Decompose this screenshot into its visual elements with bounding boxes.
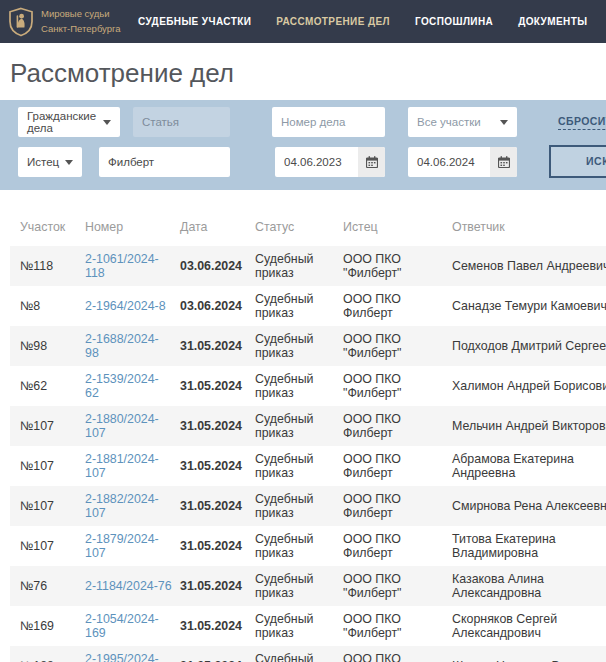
calendar-icon[interactable] [490,147,517,177]
table-row: №98 2-1688/2024-98 31.05.2024 Судебный п… [10,326,606,366]
table-row: №169 2-1054/2024-169 31.05.2024 Судебный… [10,606,606,646]
cell-data: 31.05.2024 [180,326,255,366]
cell-data: 31.05.2024 [180,566,255,606]
col-header-status: Статус [255,220,343,246]
cell-status: Судебный приказ [255,606,343,646]
case-type-select[interactable]: Гражданские дела [18,107,120,137]
party-name-input[interactable] [99,147,230,177]
cell-nomer: 2-1882/2024-107 [85,486,180,526]
reset-filters-button[interactable]: СБРОСИТЬ [558,115,606,130]
main-nav: СУДЕБНЫЕ УЧАСТКИ РАССМОТРЕНИЕ ДЕЛ ГОСПОШ… [138,16,606,27]
cell-otvetchik: Подходов Дмитрий Сергеевич [452,326,606,366]
case-number-link[interactable]: 2-1688/2024-98 [85,332,159,360]
cell-uchastok: №98 [10,326,85,366]
case-number-link[interactable]: 2-1881/2024-107 [85,452,159,480]
cell-status: Судебный приказ [255,246,343,286]
cell-nomer: 2-1539/2024-62 [85,366,180,406]
table-row: №62 2-1539/2024-62 31.05.2024 Судебный п… [10,366,606,406]
case-number-link[interactable]: 2-1054/2024-169 [85,612,159,640]
cell-status: Судебный приказ [255,326,343,366]
case-number-link[interactable]: 2-1061/2024-118 [85,252,159,280]
cases-table: Участок Номер Дата Статус Истец Ответчик… [10,220,606,662]
cell-uchastok: №8 [10,286,85,326]
table-header-row: Участок Номер Дата Статус Истец Ответчик [10,220,606,246]
cell-istets: ООО ПКО "Филберт" [343,606,452,646]
cell-otvetchik: Смирнова Рена Алексеевна [452,486,606,526]
case-number-link[interactable]: 2-1995/2024-188 [85,652,159,662]
cell-uchastok: №188 [10,646,85,662]
cell-istets: ООО ПКО "Филберт" [343,366,452,406]
case-number-link[interactable]: 2-1539/2024-62 [85,372,159,400]
cell-nomer: 2-1061/2024-118 [85,246,180,286]
table-row: №188 2-1995/2024-188 31.05.2024 Судебный… [10,646,606,662]
cell-nomer: 2-1964/2024-8 [85,286,180,326]
case-number-link[interactable]: 2-1184/2024-76 [85,579,172,593]
table-row: №107 2-1882/2024-107 31.05.2024 Судебный… [10,486,606,526]
case-number-link[interactable]: 2-1880/2024-107 [85,412,159,440]
cell-otvetchik: Титова Екатерина Владимировна [452,526,606,566]
cell-istets: ООО ПКО Филберт [343,446,452,486]
cell-nomer: 2-1879/2024-107 [85,526,180,566]
cell-istets: ООО ПКО "Филберт" [343,326,452,366]
cell-otvetchik: Санадзе Темури Камоевич [452,286,606,326]
district-select[interactable]: Все участки [408,107,517,137]
calendar-icon[interactable] [358,147,385,177]
party-role-select[interactable]: Истец [18,147,82,177]
brand-name: Мировые судьи Санкт-Петербурга [41,7,121,36]
cell-status: Судебный приказ [255,486,343,526]
table-row: №107 2-1879/2024-107 31.05.2024 Судебный… [10,526,606,566]
cell-status: Судебный приказ [255,286,343,326]
cell-data: 31.05.2024 [180,606,255,646]
cell-status: Судебный приказ [255,566,343,606]
table-row: №76 2-1184/2024-76 31.05.2024 Судебный п… [10,566,606,606]
date-from-field[interactable] [275,147,385,177]
site-logo[interactable]: Мировые судьи Санкт-Петербурга [8,7,130,37]
cell-status: Судебный приказ [255,406,343,446]
case-number-input[interactable] [272,107,385,137]
nav-item[interactable]: СУДЕБНЫЕ УЧАСТКИ [138,16,251,27]
cell-data: 31.05.2024 [180,366,255,406]
cell-nomer: 2-1184/2024-76 [85,566,180,606]
cell-status: Судебный приказ [255,366,343,406]
search-button[interactable]: ИСКАТЬ [549,145,606,178]
cell-status: Судебный приказ [255,526,343,566]
cell-uchastok: №76 [10,566,85,606]
case-number-link[interactable]: 2-1879/2024-107 [85,532,159,560]
chevron-down-icon [65,160,73,165]
col-header-data: Дата [180,220,255,246]
cell-status: Судебный приказ [255,446,343,486]
case-number-link[interactable]: 2-1882/2024-107 [85,492,159,520]
case-number-link[interactable]: 2-1964/2024-8 [85,299,166,313]
cell-otvetchik: Скорняков Сергей Александрович [452,606,606,646]
cell-uchastok: №107 [10,406,85,446]
case-number-field[interactable] [272,107,385,137]
cell-otvetchik: Шмаль Надежда Викторовна [452,646,606,662]
cell-nomer: 2-1688/2024-98 [85,326,180,366]
col-header-istets: Истец [343,220,452,246]
party-name-field[interactable] [99,147,230,177]
shield-icon [8,7,34,37]
cell-nomer: 2-1880/2024-107 [85,406,180,446]
cell-data: 31.05.2024 [180,406,255,446]
party-role-value: Истец [27,156,59,168]
table-row: №8 2-1964/2024-8 03.06.2024 Судебный при… [10,286,606,326]
nav-item[interactable]: РАССМОТРЕНИЕ ДЕЛ [276,16,390,27]
cell-uchastok: №107 [10,526,85,566]
nav-item[interactable]: ГОСПОШЛИНА [415,16,493,27]
table-row: №118 2-1061/2024-118 03.06.2024 Судебный… [10,246,606,286]
cell-uchastok: №118 [10,246,85,286]
case-type-value: Гражданские дела [27,110,97,134]
cell-nomer: 2-1881/2024-107 [85,446,180,486]
page-title: Рассмотрение дел [10,58,606,88]
nav-item[interactable]: ДОКУМЕНТЫ [518,16,587,27]
chevron-down-icon [500,120,508,125]
cell-data: 31.05.2024 [180,526,255,566]
cell-data: 31.05.2024 [180,446,255,486]
cell-istets: ООО ПКО Филберт [343,406,452,446]
date-to-field[interactable] [408,147,517,177]
cell-uchastok: №62 [10,366,85,406]
date-to-input[interactable] [408,147,490,177]
cell-nomer: 2-1054/2024-169 [85,606,180,646]
table-row: №107 2-1880/2024-107 31.05.2024 Судебный… [10,406,606,446]
date-from-input[interactable] [275,147,358,177]
